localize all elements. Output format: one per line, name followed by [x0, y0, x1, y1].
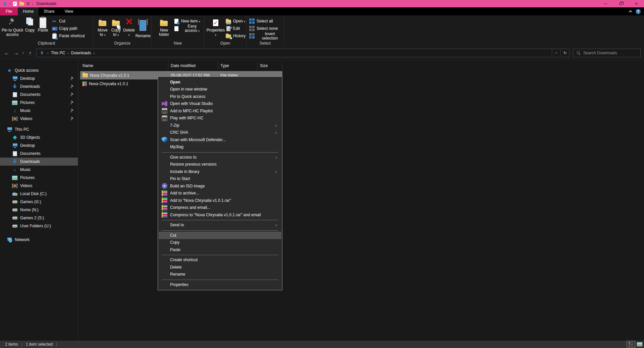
sidebar-item[interactable]: Videos	[0, 115, 78, 123]
address-bar[interactable]: This PC Downloads ∨ ↻	[36, 49, 570, 57]
column-header-date-modified[interactable]: Date modified	[168, 62, 218, 70]
edit-button[interactable]: Edit	[226, 26, 246, 32]
forward-button[interactable]: →	[11, 49, 21, 57]
sidebar-item[interactable]: Nvme (N:)	[0, 206, 78, 214]
select-all-button[interactable]: Select all	[249, 18, 283, 24]
context-menu-item[interactable]: Send to	[159, 222, 281, 229]
tab-file[interactable]: File	[0, 7, 18, 15]
sidebar-item[interactable]: Music	[0, 166, 78, 174]
rename-button[interactable]: Rename	[136, 17, 151, 38]
context-menu-item[interactable]: Create shortcut	[159, 256, 281, 264]
sidebar-item[interactable]: Desktop	[0, 141, 78, 150]
context-menu-item[interactable]: 7-Zip	[159, 122, 281, 129]
minimize-button[interactable]	[598, 0, 613, 7]
details-view-button[interactable]	[627, 341, 635, 348]
context-menu-item[interactable]: Scan with Microsoft Defender...	[159, 136, 281, 143]
star-icon	[7, 68, 12, 73]
context-menu-item[interactable]: Pin to Start	[159, 175, 281, 183]
navigation-bar: ← → ∨ ↑ This PC Downloads ∨ ↻ Search Dow…	[0, 46, 644, 60]
sidebar-item[interactable]: 3D Objects	[0, 133, 78, 141]
context-menu-item[interactable]: Mp3tag	[159, 143, 281, 151]
sidebar-item[interactable]: Quick access	[0, 66, 78, 74]
sidebar-item[interactable]: Downloads	[0, 82, 78, 91]
context-menu-item[interactable]: Include in library	[159, 168, 281, 175]
new-folder-button[interactable]: New folder	[156, 17, 172, 37]
properties-qat-icon[interactable]	[13, 2, 17, 6]
context-menu-item[interactable]: Open	[159, 78, 281, 86]
thumbnail-view-button[interactable]	[635, 341, 644, 348]
sidebar-item[interactable]: This PC	[0, 125, 78, 133]
context-menu-item[interactable]: CRC SHA	[159, 129, 281, 136]
copy-to-button[interactable]: Copy to	[109, 17, 123, 37]
sidebar-item[interactable]: Pictures	[0, 99, 78, 107]
breadcrumb-this-pc[interactable]: This PC	[49, 51, 68, 55]
up-button[interactable]: ↑	[25, 49, 35, 57]
tab-home[interactable]: Home	[18, 7, 39, 15]
delete-button[interactable]: Delete	[123, 17, 136, 37]
sidebar-item[interactable]: Games 2 (S:)	[0, 214, 78, 222]
paste-shortcut-button[interactable]: Paste shortcut	[52, 33, 85, 39]
close-button[interactable]: ×	[629, 0, 644, 7]
back-button[interactable]: ←	[2, 49, 11, 57]
sidebar-item[interactable]: Documents	[0, 91, 78, 99]
sidebar-item[interactable]: Documents	[0, 150, 78, 158]
column-header-name[interactable]: Name	[80, 62, 168, 70]
help-icon[interactable]: ?	[636, 9, 641, 14]
context-menu-item[interactable]: Paste	[159, 246, 281, 253]
submenu-arrow-icon	[275, 169, 279, 174]
address-dropdown-button[interactable]: ∨	[552, 49, 560, 57]
context-menu-item[interactable]: Add to archive...	[159, 190, 281, 197]
column-header-type[interactable]: Type	[218, 62, 258, 70]
easy-access-button[interactable]: Easy access	[174, 26, 203, 32]
context-menu-item[interactable]: Compress to "Nova Chrysalia v1.0.1.rar" …	[159, 211, 281, 219]
sidebar-item[interactable]: User Folders (U:)	[0, 222, 78, 230]
history-button[interactable]: History	[226, 33, 246, 39]
restore-button[interactable]	[613, 0, 629, 7]
item-count: 2 items	[5, 342, 18, 347]
refresh-button[interactable]: ↻	[560, 49, 569, 57]
context-menu-item[interactable]: Delete	[159, 264, 281, 271]
minimize-ribbon-icon[interactable]	[629, 10, 632, 14]
context-menu-item[interactable]: Build an ISO image	[159, 182, 281, 190]
tab-view[interactable]: View	[59, 7, 78, 15]
new-item-button[interactable]: New item	[174, 18, 203, 24]
sidebar-item[interactable]: Pictures	[0, 174, 78, 182]
context-menu-item[interactable]: Add to "Nova Chrysalia v1.0.1.rar"	[159, 197, 281, 204]
sidebar-item[interactable]: Downloads	[0, 158, 78, 166]
context-menu-item[interactable]: Pin to Quick access	[159, 93, 281, 100]
copy-button[interactable]: Copy	[23, 17, 36, 33]
properties-button[interactable]: Properties	[206, 17, 225, 37]
sidebar-item[interactable]: Desktop	[0, 74, 78, 82]
context-menu-item[interactable]: Play with MPC-HC	[159, 115, 281, 122]
open-button[interactable]: Open	[226, 18, 246, 24]
context-menu-item[interactable]: Add to MPC-HC Playlist	[159, 107, 281, 115]
context-menu-item[interactable]: Restore previous versions	[159, 161, 281, 168]
context-menu-item[interactable]: Open in new window	[159, 86, 281, 93]
sidebar-item[interactable]: Videos	[0, 182, 78, 190]
new-folder-qat-icon[interactable]	[19, 2, 24, 6]
breadcrumb-downloads[interactable]: Downloads	[69, 51, 93, 55]
column-header-size[interactable]: Size	[258, 62, 282, 70]
sidebar-item[interactable]: Network	[0, 236, 78, 244]
select-none-button[interactable]: Select none	[249, 26, 283, 32]
copy-path-button[interactable]: Copy path	[52, 26, 85, 32]
cut-button[interactable]: Cut	[52, 18, 85, 24]
pin-to-quick-access-button[interactable]: Pin to Quick access	[1, 17, 23, 37]
paste-button[interactable]: Paste	[36, 17, 50, 33]
invert-selection-button[interactable]: Invert selection	[249, 33, 283, 39]
tab-share[interactable]: Share	[39, 7, 59, 15]
context-menu-item[interactable]: Give access to	[159, 154, 281, 161]
move-to-button[interactable]: Move to	[96, 17, 109, 37]
context-menu-item[interactable]: Open with Visual Studio	[159, 100, 281, 108]
context-menu-item[interactable]: Properties	[159, 281, 281, 288]
sidebar-item[interactable]: Music	[0, 107, 78, 115]
recent-locations-button[interactable]: ∨	[21, 49, 25, 57]
search-input[interactable]: Search Downloads	[573, 49, 641, 57]
customize-qat-chevron-icon[interactable]	[27, 2, 30, 5]
context-menu-item[interactable]: Rename	[159, 271, 281, 278]
context-menu-item[interactable]: Cut	[159, 232, 281, 239]
sidebar-item[interactable]: Games (G:)	[0, 198, 78, 206]
context-menu-item[interactable]: Compress and email...	[159, 204, 281, 212]
sidebar-item[interactable]: Local Disk (C:)	[0, 190, 78, 198]
context-menu-item[interactable]: Copy	[159, 239, 281, 246]
